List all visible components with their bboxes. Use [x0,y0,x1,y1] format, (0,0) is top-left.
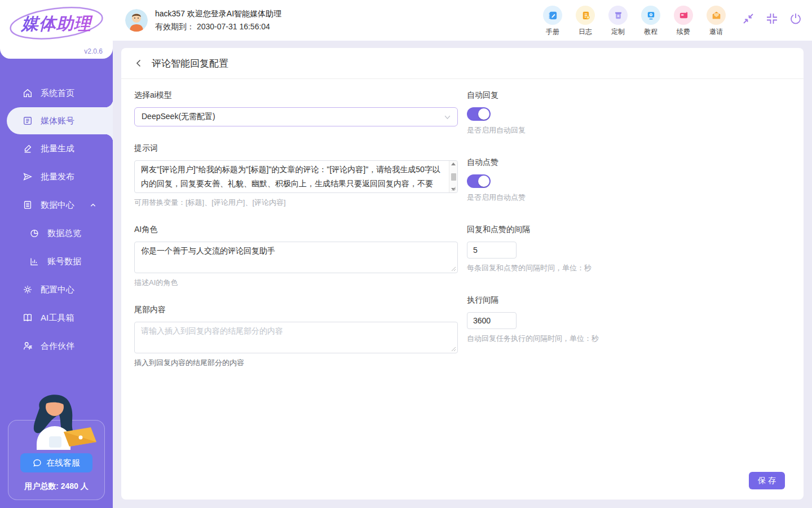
sidebar-item-partners[interactable]: 合作伙伴 [0,332,113,360]
quick-label: 日志 [579,27,592,37]
quick-log[interactable]: 日志 [574,6,597,37]
page-title: 评论智能回复配置 [152,57,228,70]
quick-tutorial[interactable]: 教程 [639,6,662,37]
field-prompt: 提示词 网友"[评论用户]"给我的标题为"[标题]"的文章的评论："[评论内容]… [134,143,458,208]
tail-content-helper: 插入到回复内容的结尾部分的内容 [134,358,458,368]
back-button[interactable] [134,59,143,68]
sidebar-item-label: 数据总览 [47,228,81,239]
manual-icon [543,6,562,25]
home-icon [23,88,33,98]
auto-like-label: 自动点赞 [467,157,791,168]
ai-role-helper: 描述AI的角色 [134,278,458,288]
form-right-column: 自动回复 是否启用自动回复 自动点赞 是否启用自动点赞 回复和点赞的间隔 每条回… [467,90,791,385]
quick-label: 邀请 [709,27,723,37]
sidebar-item-label: 系统首页 [41,88,74,99]
sidebar-item-config-center[interactable]: 配置中心 [0,275,113,304]
quick-label: 定制 [611,27,625,37]
prompt-textarea[interactable]: 网友"[评论用户]"给我的标题为"[标题]"的文章的评论："[评论内容]"，请给… [134,160,458,193]
ai-role-textarea[interactable]: 你是一个善于与人交流的评论回复助手 [134,242,458,273]
chevron-up-icon [88,202,98,208]
power-icon[interactable] [788,11,803,26]
sidebar-item-data-center[interactable]: 数据中心 [0,191,113,219]
log-icon [576,6,595,25]
tail-content-textarea[interactable] [134,322,458,353]
field-auto-reply: 自动回复 是否启用自动回复 [467,90,791,135]
scroll-thumb[interactable] [451,173,456,181]
resize-grip-icon[interactable] [451,186,456,191]
quick-custom[interactable]: 定制 [607,6,629,37]
resize-grip-icon[interactable] [451,347,456,352]
save-button[interactable]: 保 存 [749,472,785,489]
auto-reply-toggle[interactable] [467,107,491,121]
sidebar-item-label: 媒体账号 [41,116,74,126]
field-tail-content: 尾部内容 插入到回复内容的结尾部分的内容 [134,305,458,368]
exec-interval-label: 执行间隔 [467,295,791,305]
media-account-icon [23,116,33,126]
sidebar-item-label: 配置中心 [41,284,74,295]
interval-input[interactable] [467,242,517,259]
quick-renew[interactable]: 续费 [672,6,695,37]
ai-model-select[interactable]: DeepSeek(无需配置) [134,107,458,126]
exec-interval-helper: 自动回复任务执行的间隔时间，单位：秒 [467,334,791,344]
custom-icon [608,6,628,25]
resize-grip-icon[interactable] [451,266,456,271]
ai-model-label: 选择ai模型 [134,90,458,100]
online-support-button[interactable]: 在线客服 [20,453,92,472]
sidebar-item-batch-generate[interactable]: 批量生成 [0,134,113,163]
sidebar-item-label: 数据中心 [41,200,74,211]
chat-bubble-icon [33,458,42,467]
sidebar-item-system-home[interactable]: 系统首页 [0,79,113,107]
field-ai-model: 选择ai模型 DeepSeek(无需配置) [134,90,458,126]
window-controls [741,11,803,26]
auto-reply-label: 自动回复 [467,90,791,100]
exec-interval-input[interactable] [467,312,517,329]
user-total-count: 用户总数: 2480 人 [8,481,104,492]
ai-role-textarea-wrap: 你是一个善于与人交流的评论回复助手 [134,242,458,273]
scroll-up-icon[interactable] [451,163,456,165]
expiry-text: 有效期到： 2030-07-31 16:56:04 [155,22,281,32]
book-icon [23,313,33,323]
sidebar-item-data-overview[interactable]: 数据总览 [0,219,113,247]
quick-manual[interactable]: 手册 [541,6,564,37]
quick-label: 续费 [677,27,690,37]
sidebar-item-label: 批量发布 [41,172,74,182]
ai-model-value: DeepSeek(无需配置) [142,112,215,122]
sidebar: 媒体助理 v2.0.6 系统首页 媒体账号 批量生成 批量发布 数据中心 数据总… [0,0,113,508]
welcome-box: hack357 欢迎您登录AI智能媒体助理 有效期到： 2030-07-31 1… [155,9,281,32]
collapse-arrows-icon[interactable] [741,11,756,26]
prompt-textarea-wrap: 网友"[评论用户]"给我的标题为"[标题]"的文章的评论："[评论内容]"，请给… [134,160,458,193]
field-auto-like: 自动点赞 是否启用自动点赞 [467,157,791,203]
exit-fullscreen-icon[interactable] [765,11,779,26]
tail-content-label: 尾部内容 [134,305,458,315]
quick-label: 手册 [546,27,559,37]
main-content: 评论智能回复配置 选择ai模型 DeepSeek(无需配置) 提示词 网友"[评… [113,41,812,508]
gear-icon [23,284,33,295]
field-interval: 回复和点赞的间隔 每条回复和点赞的间隔时间，单位：秒 [467,225,791,273]
quick-invite[interactable]: 邀请 [705,6,727,37]
toggle-knob [478,176,489,187]
field-exec-interval: 执行间隔 自动回复任务执行的间隔时间，单位：秒 [467,295,791,344]
prompt-helper: 可用替换变量：[标题]、[评论用户]、[评论内容] [134,198,458,208]
sidebar-item-account-data[interactable]: 账号数据 [0,247,113,275]
sidebar-item-label: 合作伙伴 [41,341,74,352]
chevron-down-icon [444,113,451,121]
invite-icon [707,6,726,25]
interval-label: 回复和点赞的间隔 [467,225,791,235]
top-header: hack357 欢迎您登录AI智能媒体助理 有效期到： 2030-07-31 1… [113,0,812,41]
quick-actions: 手册 日志 定制 教程 续费 [541,6,727,37]
list-icon [23,200,33,210]
interval-helper: 每条回复和点赞的间隔时间，单位：秒 [467,263,791,273]
user-avatar[interactable] [125,9,148,32]
bar-chart-icon [29,257,39,266]
app-version: v2.0.6 [84,47,103,55]
sidebar-item-media-accounts[interactable]: 媒体账号 [7,107,113,134]
logo: 媒体助理 v2.0.6 [0,0,113,59]
sidebar-nav: 系统首页 媒体账号 批量生成 批量发布 数据中心 数据总览 账号数据 [0,59,113,360]
sidebar-item-batch-publish[interactable]: 批量发布 [0,163,113,191]
online-support-label: 在线客服 [46,458,80,468]
auto-like-toggle[interactable] [467,174,491,188]
support-girl-illustration [14,388,99,456]
sidebar-item-ai-toolbox[interactable]: AI工具箱 [0,304,113,332]
form-left-column: 选择ai模型 DeepSeek(无需配置) 提示词 网友"[评论用户]"给我的标… [134,90,458,385]
auto-like-helper: 是否启用自动点赞 [467,192,791,203]
